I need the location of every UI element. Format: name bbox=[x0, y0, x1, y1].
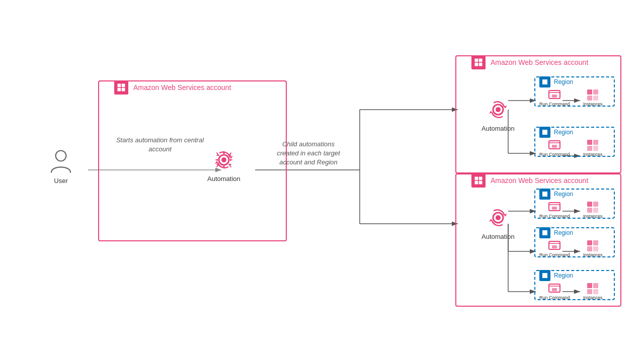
central-automation-label: Automation bbox=[207, 175, 240, 183]
svg-rect-36 bbox=[479, 177, 482, 180]
svg-rect-38 bbox=[479, 181, 482, 185]
child-automations-text: Child automations created in each target… bbox=[271, 140, 346, 167]
instances-label-2: Instances bbox=[583, 152, 603, 157]
target1-region2-title: Region bbox=[552, 129, 575, 136]
svg-rect-62 bbox=[552, 288, 557, 291]
instances-icon-2 bbox=[586, 139, 599, 152]
svg-rect-49 bbox=[587, 208, 592, 213]
target2-region1-label: Region bbox=[539, 189, 575, 200]
svg-rect-6 bbox=[122, 88, 125, 92]
svg-rect-43 bbox=[542, 192, 547, 197]
target1-region1-title: Region bbox=[552, 78, 575, 85]
svg-rect-13 bbox=[475, 63, 478, 66]
target-account-2-automation: Automation bbox=[481, 205, 515, 240]
run-command-icon-3 bbox=[548, 201, 561, 214]
target2-region1-title: Region bbox=[552, 191, 575, 198]
instances-label-5: Instances bbox=[583, 295, 603, 300]
svg-rect-51 bbox=[542, 230, 547, 235]
svg-rect-26 bbox=[593, 96, 598, 101]
flag-svg-5 bbox=[541, 272, 548, 279]
run-command-label-5: Run Command bbox=[539, 295, 570, 300]
svg-rect-48 bbox=[593, 202, 598, 207]
target-account-2-label: Amazon Web Services account bbox=[471, 173, 590, 188]
svg-rect-24 bbox=[593, 89, 598, 95]
run-command-label-4: Run Command bbox=[539, 252, 570, 257]
svg-rect-31 bbox=[587, 140, 592, 145]
svg-rect-25 bbox=[587, 96, 592, 101]
instances-icon-4 bbox=[586, 239, 599, 252]
flag-svg-2 bbox=[541, 129, 548, 136]
central-aws-icon bbox=[114, 80, 128, 95]
target2-region3-title: Region bbox=[552, 272, 575, 279]
svg-rect-14 bbox=[479, 63, 482, 66]
instances-icon-5 bbox=[586, 282, 599, 295]
flag-svg-4 bbox=[541, 229, 548, 236]
svg-rect-5 bbox=[118, 88, 121, 92]
run-command-icon-2 bbox=[548, 139, 561, 152]
svg-rect-47 bbox=[587, 202, 592, 207]
target1-region2-box: Region Run Command Instances bbox=[534, 127, 615, 157]
run-command-icon-4 bbox=[548, 239, 561, 252]
svg-rect-4 bbox=[122, 84, 125, 87]
target-account-1-title: Amazon Web Services account bbox=[489, 58, 590, 66]
target2-region2-title: Region bbox=[552, 229, 575, 236]
svg-rect-57 bbox=[587, 246, 592, 251]
run-command-icon-5 bbox=[548, 282, 561, 295]
svg-point-2 bbox=[56, 150, 66, 161]
svg-rect-33 bbox=[587, 146, 592, 151]
target-account-1-aws-icon bbox=[471, 55, 486, 69]
instances-icon-1 bbox=[586, 88, 599, 102]
svg-rect-55 bbox=[587, 240, 592, 245]
user-figure: User bbox=[48, 149, 74, 185]
run-command-label-1: Run Command bbox=[539, 102, 570, 107]
region-flag-icon-4 bbox=[539, 227, 550, 238]
target1-region2-label: Region bbox=[539, 127, 575, 138]
svg-rect-35 bbox=[475, 177, 478, 180]
region-flag-icon-2 bbox=[539, 127, 550, 138]
svg-rect-56 bbox=[593, 240, 598, 245]
starts-automation-text: Starts automation from central account bbox=[105, 136, 215, 154]
target1-region1-label: Region bbox=[539, 76, 575, 87]
region-flag-icon-3 bbox=[539, 189, 550, 200]
target2-gear-svg bbox=[485, 205, 511, 231]
run-command-label-2: Run Command bbox=[539, 152, 570, 157]
target-account-1-box: Amazon Web Services account Automation R… bbox=[455, 55, 621, 173]
svg-rect-12 bbox=[479, 59, 482, 62]
svg-rect-54 bbox=[552, 245, 557, 248]
svg-rect-19 bbox=[542, 79, 547, 84]
target2-region2-label: Region bbox=[539, 227, 575, 238]
region-flag-icon-5 bbox=[539, 270, 550, 281]
svg-rect-65 bbox=[587, 289, 592, 294]
svg-rect-27 bbox=[542, 130, 547, 135]
svg-rect-30 bbox=[552, 145, 557, 148]
svg-rect-22 bbox=[552, 95, 557, 98]
flag-svg-1 bbox=[541, 78, 548, 85]
instances-icon-3 bbox=[586, 201, 599, 214]
svg-point-40 bbox=[496, 215, 501, 220]
run-command-icon-1 bbox=[548, 88, 561, 102]
svg-rect-37 bbox=[475, 181, 478, 185]
user-label: User bbox=[54, 177, 67, 185]
svg-point-8 bbox=[221, 157, 226, 162]
instances-label-3: Instances bbox=[583, 214, 603, 219]
target-account-1-automation: Automation bbox=[481, 97, 515, 132]
aws-logo-icon-2 bbox=[474, 58, 483, 67]
instances-label-1: Instances bbox=[583, 102, 603, 107]
svg-rect-50 bbox=[593, 208, 598, 213]
central-aws-account-box: Amazon Web Services account bbox=[98, 80, 287, 241]
region-flag-icon-1 bbox=[539, 76, 550, 87]
target1-region1-box: Region Run Command Instances bbox=[534, 76, 615, 107]
target1-gear-svg bbox=[485, 97, 511, 123]
svg-rect-46 bbox=[552, 207, 557, 210]
instances-label-4: Instances bbox=[583, 252, 603, 257]
target-account-2-automation-label: Automation bbox=[481, 233, 515, 240]
diagram-container: User Amazon Web Services account bbox=[0, 0, 644, 362]
run-command-label-3: Run Command bbox=[539, 214, 570, 219]
central-account-title: Amazon Web Services account bbox=[131, 83, 233, 92]
target-account-2-aws-icon bbox=[471, 173, 486, 188]
svg-rect-34 bbox=[593, 146, 598, 151]
svg-rect-3 bbox=[118, 84, 121, 87]
svg-point-16 bbox=[496, 107, 501, 112]
svg-rect-64 bbox=[593, 283, 598, 288]
target2-region1-box: Region Run Command Instances bbox=[534, 189, 615, 219]
